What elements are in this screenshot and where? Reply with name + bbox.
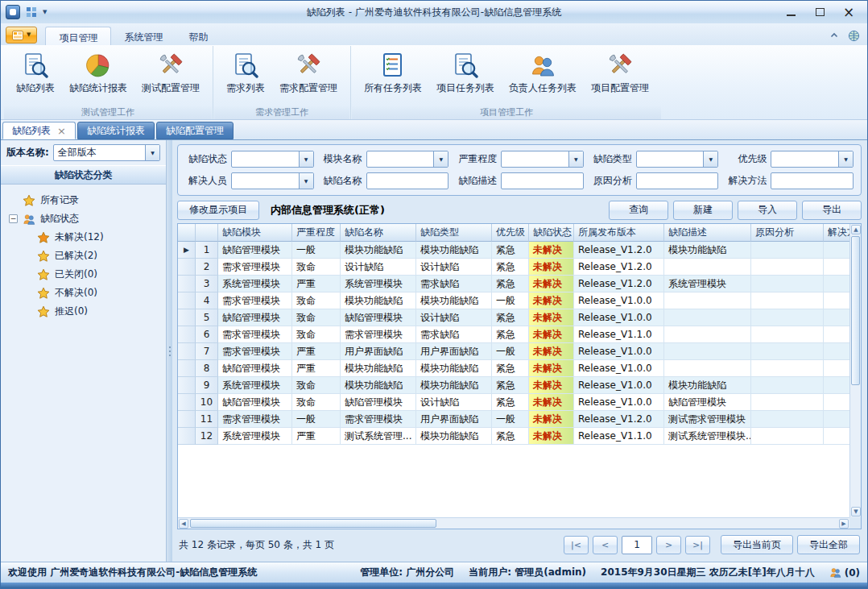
- grid-cell[interactable]: 模块功能缺陷: [664, 377, 751, 394]
- prev-page-button[interactable]: <: [593, 536, 618, 554]
- grid-cell[interactable]: Release_V1.0.0: [574, 309, 664, 326]
- grid-cell[interactable]: 需求缺陷: [416, 326, 492, 343]
- grid-cell[interactable]: 一般: [292, 242, 341, 259]
- grid-cell[interactable]: [664, 309, 751, 326]
- grid-cell[interactable]: 未解决: [529, 394, 574, 411]
- minimize-button[interactable]: [782, 4, 800, 20]
- grid-cell[interactable]: 紧急: [492, 428, 529, 445]
- grid-cell[interactable]: [824, 276, 849, 292]
- grid-cell[interactable]: 紧急: [492, 309, 529, 326]
- grid-cell[interactable]: [824, 394, 849, 411]
- grid-cell[interactable]: 紧急: [492, 394, 529, 411]
- filter-input[interactable]: [771, 172, 854, 189]
- grid-cell[interactable]: 一般: [492, 411, 529, 428]
- row-indicator[interactable]: [178, 394, 196, 411]
- grid-cell[interactable]: 未解决: [529, 326, 574, 343]
- grid-cell[interactable]: 测试系统管理模块...: [664, 428, 751, 445]
- grid-cell[interactable]: 紧急: [492, 326, 529, 343]
- maximize-button[interactable]: [811, 4, 829, 20]
- h-scroll-thumb[interactable]: [190, 519, 436, 528]
- grid-cell[interactable]: 未解决: [529, 411, 574, 428]
- globe-icon[interactable]: [847, 29, 860, 42]
- tree-item[interactable]: 已关闭(0): [2, 265, 164, 284]
- title-bar[interactable]: ▼ 缺陷列表 - 广州爱奇迪软件科技有限公司-缺陷信息管理系统 ×: [1, 1, 867, 23]
- grid-cell[interactable]: 系统管理模块: [218, 428, 292, 445]
- page-input[interactable]: 1: [622, 536, 652, 554]
- grid-cell[interactable]: 未解决: [529, 309, 574, 326]
- grid-cell[interactable]: [824, 242, 849, 259]
- row-indicator[interactable]: [178, 276, 196, 292]
- grid-cell[interactable]: [664, 343, 751, 360]
- grid-cell[interactable]: [824, 326, 849, 343]
- grid-cell[interactable]: 测试需求管理模块: [664, 411, 751, 428]
- ribbon-button[interactable]: 负责人任务列表: [502, 49, 584, 106]
- ribbon-tab-2[interactable]: 系统管理: [111, 27, 176, 45]
- grid-cell[interactable]: 缺陷管理模块: [664, 394, 751, 411]
- grid-cell[interactable]: [664, 292, 751, 309]
- grid-cell[interactable]: 严重: [292, 276, 341, 292]
- chevron-down-icon[interactable]: ▼: [703, 151, 717, 167]
- doc-tab[interactable]: 缺陷配置管理: [156, 122, 234, 139]
- grid-cell[interactable]: 致命: [292, 326, 341, 343]
- grid-cell[interactable]: 设计缺陷: [416, 394, 492, 411]
- grid-cell[interactable]: [824, 360, 849, 377]
- grid-cell[interactable]: 需求管理模块: [218, 292, 292, 309]
- export-current-page-button[interactable]: 导出当前页: [721, 535, 793, 554]
- filter-combobox[interactable]: ▼: [636, 151, 719, 168]
- first-page-button[interactable]: |<: [564, 536, 589, 554]
- row-indicator[interactable]: [178, 259, 196, 276]
- grid-cell[interactable]: 需求管理模块: [218, 411, 292, 428]
- grid-cell[interactable]: 系统管理模块: [664, 276, 751, 292]
- ribbon-tab-3[interactable]: 帮助: [176, 27, 221, 45]
- grid-cell[interactable]: 缺陷管理模块: [218, 360, 292, 377]
- chevron-down-icon[interactable]: ▼: [299, 151, 313, 167]
- grid-cell[interactable]: 需求缺陷: [416, 276, 492, 292]
- grid-cell[interactable]: 未解决: [529, 428, 574, 445]
- grid-cell[interactable]: [664, 259, 751, 276]
- grid-cell[interactable]: 一般: [492, 343, 529, 360]
- tree-item[interactable]: 未解决(12): [2, 228, 164, 247]
- chevron-down-icon[interactable]: ▼: [299, 173, 313, 189]
- grid-col-header[interactable]: 原因分析: [751, 224, 824, 242]
- grid-col-header[interactable]: 严重程度: [292, 224, 341, 242]
- grid-cell[interactable]: Release_V1.1.0: [574, 428, 664, 445]
- grid-cell[interactable]: [664, 360, 751, 377]
- row-indicator[interactable]: [178, 292, 196, 309]
- grid-cell[interactable]: [824, 411, 849, 428]
- ribbon-button[interactable]: 缺陷列表: [9, 49, 62, 106]
- grid-cell[interactable]: 紧急: [492, 276, 529, 292]
- next-page-button[interactable]: >: [656, 536, 681, 554]
- grid-cell[interactable]: 模块功能缺陷: [664, 242, 751, 259]
- ribbon-button[interactable]: 项目配置管理: [584, 49, 656, 106]
- grid-cell[interactable]: 一般: [292, 411, 341, 428]
- grid-cell[interactable]: 未解决: [529, 360, 574, 377]
- grid-cell[interactable]: Release_V1.1.0: [574, 326, 664, 343]
- grid-cell[interactable]: 致命: [292, 394, 341, 411]
- grid-cell[interactable]: 需求管理模块: [218, 259, 292, 276]
- filter-input[interactable]: [501, 172, 584, 189]
- grid-cell[interactable]: 设计缺陷: [416, 309, 492, 326]
- grid-cell[interactable]: 缺陷管理模块: [341, 309, 416, 326]
- grid-cell[interactable]: [751, 377, 824, 394]
- grid-cell[interactable]: 设计缺陷: [341, 259, 416, 276]
- grid-cell[interactable]: 测试系统管理...: [341, 428, 416, 445]
- filter-combobox[interactable]: ▼: [231, 151, 314, 168]
- grid-cell[interactable]: [751, 360, 824, 377]
- chevron-down-icon[interactable]: ▼: [568, 151, 583, 167]
- close-button[interactable]: ×: [840, 4, 858, 20]
- filter-combobox[interactable]: ▼: [771, 151, 854, 168]
- collapse-ribbon-icon[interactable]: [828, 29, 841, 42]
- grid-cell[interactable]: 模块功能缺陷: [416, 292, 492, 309]
- grid-col-header[interactable]: 缺陷名称: [341, 224, 416, 242]
- grid-cell[interactable]: Release_V1.2.0: [574, 259, 664, 276]
- tree-item[interactable]: −缺陷状态: [2, 209, 164, 228]
- ribbon-tab-1[interactable]: 项目管理: [45, 27, 111, 45]
- grid-cell[interactable]: 未解决: [529, 259, 574, 276]
- grid-cell[interactable]: 需求管理模块: [341, 326, 416, 343]
- grid-col-header[interactable]: 缺陷类型: [416, 224, 492, 242]
- grid-cell[interactable]: 未解决: [529, 242, 574, 259]
- grid-cell[interactable]: 模块功能缺陷: [341, 377, 416, 394]
- grid-cell[interactable]: [824, 309, 849, 326]
- grid-cell[interactable]: [824, 377, 849, 394]
- grid-cell[interactable]: [824, 428, 849, 445]
